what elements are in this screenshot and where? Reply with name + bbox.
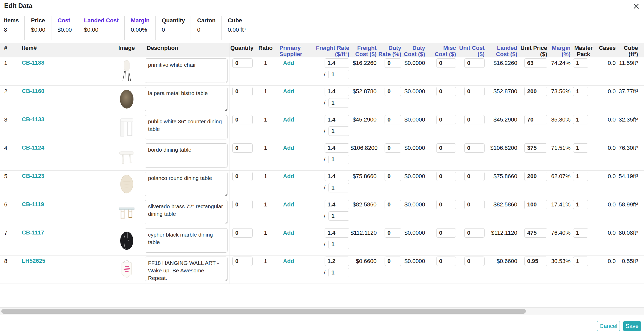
- freight-rate-input[interactable]: [325, 200, 349, 209]
- freight-per-input[interactable]: [328, 268, 349, 277]
- quantity-input[interactable]: [232, 143, 253, 153]
- description-textarea[interactable]: polanco round dining table: [145, 172, 228, 196]
- quantity-input[interactable]: [232, 87, 253, 96]
- freight-cost-value-cell: $52.8780: [351, 86, 378, 114]
- misc-cost-input[interactable]: [436, 257, 456, 266]
- master-pack-input[interactable]: [573, 143, 588, 153]
- freight-per-input[interactable]: [328, 211, 349, 221]
- misc-cost-input[interactable]: [436, 172, 456, 181]
- duty-cost-value-cell: $0.0000: [403, 256, 426, 284]
- add-supplier-link[interactable]: Add: [275, 172, 304, 181]
- freight-rate-input[interactable]: [325, 143, 349, 153]
- freight-per-input[interactable]: [328, 98, 349, 107]
- freight-per-input[interactable]: [328, 70, 349, 79]
- add-supplier-link[interactable]: Add: [275, 228, 304, 238]
- freight-rate-input[interactable]: [325, 257, 349, 266]
- unit-price-input[interactable]: [524, 87, 547, 96]
- freight-rate-input[interactable]: [325, 228, 349, 238]
- add-supplier-link[interactable]: Add: [275, 143, 304, 153]
- freight-rate-input[interactable]: [325, 58, 349, 68]
- duty-rate-input[interactable]: [385, 257, 401, 266]
- quantity-input[interactable]: [232, 200, 253, 209]
- item-link[interactable]: LH52625: [18, 257, 109, 265]
- duty-rate-input[interactable]: [385, 228, 401, 238]
- save-button[interactable]: Save: [623, 321, 641, 331]
- add-supplier-link[interactable]: Add: [275, 87, 304, 96]
- unit-price-input[interactable]: [524, 58, 547, 68]
- duty-rate-input[interactable]: [385, 115, 401, 124]
- freight-per-input[interactable]: [328, 155, 349, 164]
- description-textarea[interactable]: la pera metal bistro table: [145, 87, 228, 111]
- master-pack-input[interactable]: [573, 115, 588, 124]
- freight-per-input[interactable]: [328, 240, 349, 249]
- freight-per-input[interactable]: [328, 126, 349, 136]
- quantity-input[interactable]: [232, 257, 253, 266]
- duty-rate-input[interactable]: [385, 87, 401, 96]
- add-supplier-link[interactable]: Add: [275, 115, 304, 124]
- misc-cost-input[interactable]: [436, 228, 456, 238]
- quantity-input[interactable]: [232, 228, 253, 238]
- unit-cost-input[interactable]: [464, 87, 485, 96]
- add-supplier-link[interactable]: Add: [275, 200, 304, 209]
- unit-cost-input[interactable]: [464, 58, 485, 68]
- description-textarea[interactable]: cypher black marble dining table: [145, 228, 228, 253]
- description-textarea[interactable]: FF18 HANGING WALL ART - Wake up. Be Awes…: [145, 257, 228, 281]
- freight-per-input[interactable]: [328, 183, 349, 192]
- description-textarea[interactable]: silverado brass 72" rectangular dining t…: [145, 200, 228, 224]
- unit-cost-input[interactable]: [464, 200, 485, 209]
- unit-price-input[interactable]: [524, 228, 547, 238]
- description-textarea[interactable]: primitivo white chair: [145, 58, 228, 83]
- unit-price-input[interactable]: [524, 257, 547, 266]
- master-pack-input[interactable]: [573, 228, 588, 238]
- unit-cost-input[interactable]: [464, 228, 485, 238]
- unit-cost-input[interactable]: [464, 172, 485, 181]
- cube-value: 32.35ft³: [617, 115, 638, 124]
- misc-cost-input[interactable]: [436, 58, 456, 68]
- horizontal-scrollbar-thumb[interactable]: [1, 309, 526, 314]
- unit-price-input[interactable]: [524, 200, 547, 209]
- cancel-button[interactable]: Cancel: [597, 321, 620, 331]
- description-textarea-cell: FF18 HANGING WALL ART - Wake up. Be Awes…: [144, 256, 230, 284]
- item-link[interactable]: CB-1119: [18, 200, 109, 209]
- duty-rate-input[interactable]: [385, 143, 401, 153]
- freight-rate-input[interactable]: [325, 115, 349, 124]
- landed-cost-value-cell: $75.8660: [486, 171, 519, 199]
- unit-cost-input[interactable]: [464, 115, 485, 124]
- freight-rate-input[interactable]: [325, 172, 349, 181]
- add-supplier-link[interactable]: Add: [275, 58, 304, 68]
- master-pack-input[interactable]: [573, 200, 588, 209]
- item-link[interactable]: CB-1117: [18, 228, 109, 237]
- misc-cost-input[interactable]: [436, 200, 456, 209]
- quantity-input[interactable]: [232, 172, 253, 181]
- add-supplier-link[interactable]: Add: [275, 257, 304, 266]
- quantity-input[interactable]: [232, 58, 253, 68]
- description-textarea[interactable]: bordo dining table: [145, 143, 228, 168]
- item-link[interactable]: CB-1133: [18, 115, 109, 124]
- close-icon[interactable]: [633, 3, 640, 10]
- unit-price-input[interactable]: [524, 115, 547, 124]
- master-pack-input[interactable]: [573, 172, 588, 181]
- quantity-input[interactable]: [232, 115, 253, 124]
- duty-rate-input-cell: [378, 114, 403, 142]
- horizontal-scrollbar-track[interactable]: [0, 307, 644, 315]
- misc-cost-input[interactable]: [436, 115, 456, 124]
- master-pack-input[interactable]: [573, 257, 588, 266]
- item-link[interactable]: CB-1124: [18, 143, 109, 152]
- master-pack-input[interactable]: [573, 58, 588, 68]
- unit-price-input[interactable]: [524, 172, 547, 181]
- unit-cost-input[interactable]: [464, 143, 485, 153]
- duty-rate-input[interactable]: [385, 172, 401, 181]
- freight-rate-input[interactable]: [325, 87, 349, 96]
- unit-price-input[interactable]: [524, 143, 547, 153]
- unit-cost-input[interactable]: [464, 257, 485, 266]
- duty-rate-input[interactable]: [385, 58, 401, 68]
- item-link[interactable]: CB-1160: [18, 87, 109, 96]
- item-link[interactable]: CB-1188: [18, 58, 109, 67]
- add-supplier-link-cell: Add: [275, 256, 304, 284]
- item-link[interactable]: CB-1123: [18, 172, 109, 180]
- description-textarea[interactable]: public white 36" counter dining table: [145, 115, 228, 139]
- master-pack-input[interactable]: [573, 87, 588, 96]
- misc-cost-input[interactable]: [436, 87, 456, 96]
- misc-cost-input[interactable]: [436, 143, 456, 153]
- duty-rate-input[interactable]: [385, 200, 401, 209]
